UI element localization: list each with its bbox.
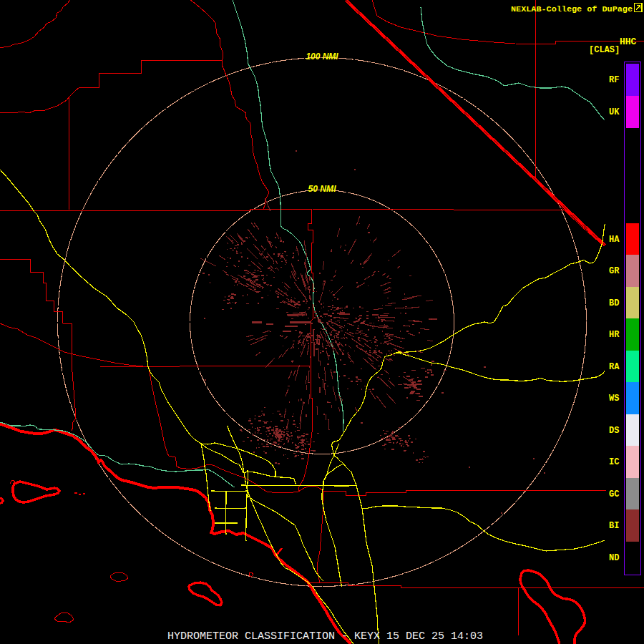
svg-text:WS: WS <box>609 394 619 404</box>
svg-text:RA: RA <box>609 362 620 372</box>
svg-text:[CLAS]: [CLAS] <box>589 45 620 55</box>
svg-text:HHC: HHC <box>620 36 637 47</box>
svg-text:ND: ND <box>609 553 619 563</box>
svg-text:HA: HA <box>609 235 620 245</box>
svg-text:GR: GR <box>609 266 620 276</box>
svg-text:NEXLAB-College of DuPage: NEXLAB-College of DuPage <box>511 4 633 14</box>
svg-text:HR: HR <box>609 330 620 340</box>
svg-text:HYDROMETEOR CLASSIFICATION - K: HYDROMETEOR CLASSIFICATION - KEYX 15 DEC… <box>167 630 483 643</box>
svg-text:GC: GC <box>609 489 619 499</box>
svg-text:DS: DS <box>609 426 619 436</box>
svg-text:50 NMI: 50 NMI <box>308 183 336 194</box>
svg-text:UK: UK <box>609 107 620 117</box>
svg-text:BD: BD <box>609 298 619 308</box>
svg-text:100 NMI: 100 NMI <box>306 51 338 62</box>
svg-text:RF: RF <box>609 75 619 85</box>
svg-text:IC: IC <box>609 457 619 467</box>
svg-text:BI: BI <box>609 521 619 531</box>
